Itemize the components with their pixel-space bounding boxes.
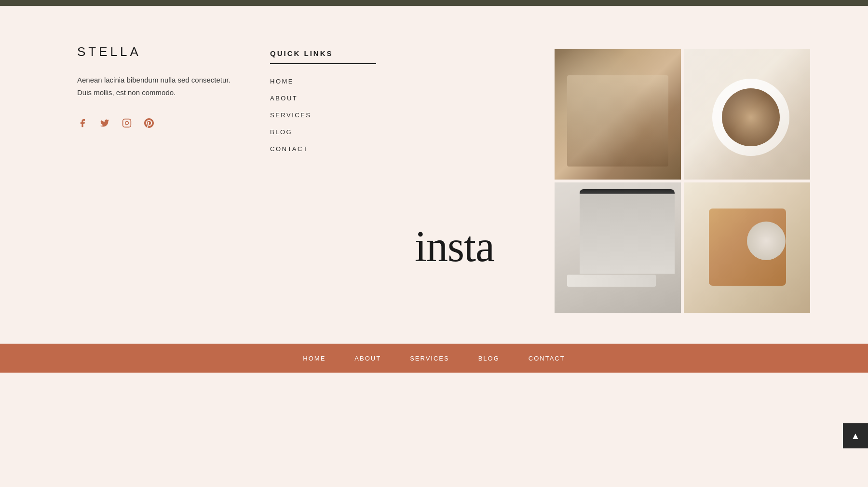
footer-content: STELLA Aenean lacinia bibendum nulla sed… [0, 6, 868, 344]
brand-title: STELLA [77, 44, 231, 59]
nav-link-about[interactable]: ABOUT [270, 90, 376, 107]
instagram-image-grid [555, 49, 810, 313]
svg-rect-0 [123, 119, 131, 127]
bottom-nav-about[interactable]: ABOUT [354, 355, 381, 362]
twitter-icon[interactable] [99, 118, 110, 128]
bottom-nav-home[interactable]: HOME [303, 355, 326, 362]
nav-link-services[interactable]: SERVICES [270, 107, 376, 124]
instagram-icon[interactable] [122, 118, 132, 128]
instagram-image-1[interactable] [555, 49, 681, 180]
brand-column: STELLA Aenean lacinia bibendum nulla sed… [77, 44, 231, 315]
bottom-nav-services[interactable]: SERVICES [410, 355, 449, 362]
back-to-top-arrow: ▲ [851, 431, 860, 441]
quick-links-title: QUICK LINKS [270, 49, 376, 64]
top-bar [0, 0, 868, 6]
social-icons [77, 118, 231, 128]
insta-column: insta [415, 44, 810, 315]
insta-text: insta [415, 222, 494, 271]
instagram-image-2[interactable] [684, 49, 810, 180]
facebook-icon[interactable] [77, 118, 88, 128]
nav-link-blog[interactable]: BLOG [270, 124, 376, 140]
instagram-image-4[interactable] [684, 182, 810, 313]
nav-link-contact[interactable]: CONTACT [270, 140, 376, 157]
back-to-top-button[interactable]: ▲ [843, 423, 868, 448]
nav-link-home[interactable]: HOME [270, 73, 376, 90]
links-column: QUICK LINKS HOME ABOUT SERVICES BLOG CON… [270, 44, 376, 315]
bottom-nav-blog[interactable]: BLOG [478, 355, 500, 362]
bottom-nav: HOME ABOUT SERVICES BLOG CONTACT [0, 344, 868, 373]
instagram-image-3[interactable] [555, 182, 681, 313]
pinterest-icon[interactable] [144, 118, 154, 128]
brand-description: Aenean lacinia bibendum nulla sed consec… [77, 74, 231, 98]
bottom-nav-contact[interactable]: CONTACT [529, 355, 565, 362]
